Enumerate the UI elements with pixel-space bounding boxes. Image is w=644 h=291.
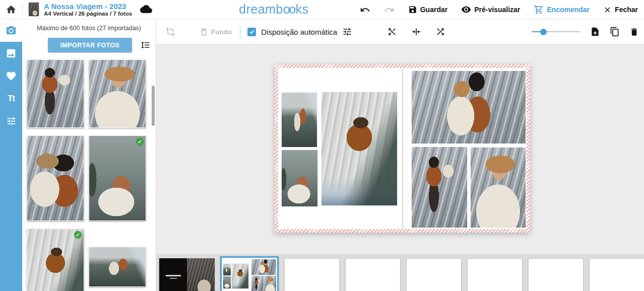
spread-photo-woman-in-boat[interactable] — [282, 93, 317, 147]
workspace: Fundo Disposição automática — [156, 19, 644, 291]
home-button[interactable] — [0, 0, 22, 19]
page-thumbnail-cover[interactable] — [159, 258, 215, 291]
compress-horizontal-icon — [411, 27, 421, 37]
sort-order-icon — [141, 40, 150, 50]
heart-icon — [6, 70, 17, 82]
page-thumbnail-current-spread[interactable] — [220, 256, 279, 291]
toolbar-divider — [240, 25, 240, 38]
zoom-slider-thumb[interactable] — [540, 29, 547, 35]
remove-background-button[interactable]: Fundo — [199, 27, 232, 37]
sync-status-button[interactable] — [140, 5, 152, 14]
sidebar-item-text[interactable]: Tt — [0, 87, 22, 110]
page-thumbnail-empty[interactable] — [467, 258, 523, 291]
auto-layout-checkbox[interactable] — [247, 28, 256, 36]
camera-icon — [6, 25, 17, 36]
photo-thumbnail-man-in-boat[interactable]: ✓ — [27, 229, 84, 291]
photo-used-check-icon: ✓ — [136, 138, 144, 146]
crop-button[interactable] — [165, 27, 175, 37]
merge-pages-button[interactable] — [411, 27, 421, 37]
shuffle-layout-left-button[interactable] — [387, 27, 397, 37]
toolbar-left-group: Fundo Disposição automática — [165, 19, 352, 44]
sort-photos-button[interactable] — [141, 40, 150, 50]
add-page-icon — [590, 27, 600, 37]
spread-photo-man-on-rocks[interactable] — [412, 147, 467, 228]
mini-photo — [223, 264, 231, 275]
editor-toolbar: Fundo Disposição automática — [156, 19, 644, 44]
spread-photo-woman-by-lake[interactable] — [282, 150, 317, 206]
cover-title-line — [166, 275, 181, 276]
spread-center-seam — [402, 68, 403, 229]
photo-used-check-icon: ✓ — [74, 231, 82, 239]
add-page-button[interactable] — [590, 27, 600, 37]
sidebar-item-favorites[interactable] — [0, 64, 22, 87]
eye-icon — [461, 5, 471, 15]
page-thumbnail-empty[interactable] — [345, 258, 401, 291]
page-thumbnail-empty[interactable] — [528, 258, 584, 291]
order-label: Encomendar — [547, 6, 590, 14]
spread-photo-woman-with-hat[interactable] — [471, 148, 526, 228]
undo-button[interactable] — [360, 5, 370, 15]
mini-photo — [223, 276, 231, 288]
preview-label: Pré-visualizar — [474, 6, 520, 14]
zoom-slider[interactable] — [532, 28, 581, 35]
photobook-editor: A Nossa Viagem - 2023 A4 Vertical / 26 p… — [0, 0, 644, 291]
header-actions: Guardar Pré-visualizar Encomendar Fechar — [360, 0, 638, 19]
photo-panel-scrollbar[interactable] — [152, 86, 155, 126]
close-label: Fechar — [615, 6, 638, 14]
cloud-upload-icon — [140, 5, 152, 14]
photo-thumbnail-woman-with-hat[interactable] — [89, 59, 146, 128]
shuffle-photos-button[interactable] — [435, 27, 445, 37]
photo-limit-text: Máximo de 600 fotos (27 importadas) — [22, 25, 156, 32]
mini-photo — [251, 259, 276, 275]
sidebar-item-layouts[interactable] — [0, 42, 22, 64]
save-label: Guardar — [420, 6, 447, 14]
photo-thumbnail-couple-on-rocks[interactable] — [27, 59, 84, 128]
project-subtitle: A4 Vertical / 26 páginas / 7 fotos — [44, 11, 132, 17]
trash-outline-icon — [199, 27, 209, 37]
sidebar-item-settings[interactable] — [0, 110, 22, 132]
toolbar-right-group — [532, 19, 639, 44]
photos-panel: Máximo de 600 fotos (27 importadas) IMPO… — [22, 19, 156, 291]
pages-strip — [156, 254, 644, 291]
undo-icon — [360, 5, 370, 15]
text-tool-icon: Tt — [8, 94, 15, 104]
photo-thumbnail-couple-selfie[interactable] — [27, 135, 84, 221]
close-icon — [603, 6, 612, 14]
duplicate-page-button[interactable] — [610, 27, 620, 37]
order-button[interactable]: Encomendar — [534, 5, 590, 15]
project-cover-thumbnail — [29, 3, 39, 16]
page-thumbnail-empty[interactable] — [406, 258, 462, 291]
header: A Nossa Viagem - 2023 A4 Vertical / 26 p… — [0, 0, 644, 19]
save-button[interactable]: Guardar — [408, 5, 447, 14]
delete-page-button[interactable] — [629, 27, 639, 37]
background-label: Fundo — [211, 28, 232, 36]
redo-button[interactable] — [384, 5, 395, 15]
auto-layout-label: Disposição automática — [261, 28, 337, 36]
mini-photo — [251, 276, 264, 291]
photo-thumbnail-couple-with-boat[interactable] — [89, 247, 146, 287]
redo-icon — [384, 5, 395, 15]
auto-layout-settings-button[interactable] — [342, 27, 352, 37]
crop-icon — [165, 27, 175, 37]
trash-icon — [629, 27, 639, 37]
home-icon — [6, 4, 17, 15]
tune-arrows-icon — [342, 27, 352, 37]
editor-canvas — [156, 44, 644, 254]
cover-title-area — [159, 258, 187, 291]
close-button[interactable]: Fechar — [603, 6, 638, 14]
project-meta: A Nossa Viagem - 2023 A4 Vertical / 26 p… — [44, 2, 132, 17]
cover-subtitle-line — [170, 278, 177, 279]
spread-photo-man-in-boat[interactable] — [321, 92, 397, 205]
check-icon — [249, 29, 255, 35]
page-thumbnail-empty[interactable] — [284, 258, 340, 291]
spread-photo-couple-wall[interactable] — [412, 71, 526, 143]
copy-icon — [610, 27, 620, 37]
mini-photo — [264, 276, 276, 291]
project-title: A Nossa Viagem - 2023 — [44, 2, 132, 11]
photo-thumbnail-woman-by-lake[interactable]: ✓ — [89, 135, 146, 221]
page-thumbnail-empty[interactable] — [589, 258, 644, 291]
preview-button[interactable]: Pré-visualizar — [461, 5, 520, 15]
toolbar-middle-group — [387, 19, 445, 44]
import-photos-button[interactable]: IMPORTAR FOTOS — [48, 38, 132, 52]
sidebar-item-photos[interactable] — [0, 19, 22, 42]
